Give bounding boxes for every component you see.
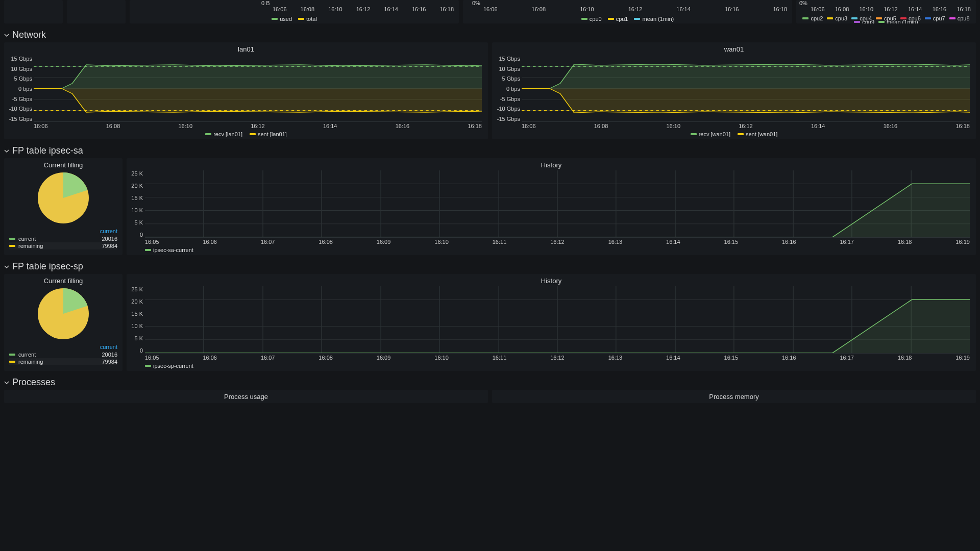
chart-area[interactable] [145, 286, 970, 354]
swatch-icon [925, 17, 931, 19]
section-title: Processes [12, 377, 55, 388]
y-zero-label: 0 B [261, 0, 270, 6]
process-memory-panel[interactable]: Process memory [492, 390, 976, 403]
swatch-icon [9, 354, 15, 356]
network-wan-panel[interactable]: wan01 15 Gbps10 Gbps5 Gbps0 bps-5 Gbps-1… [492, 42, 976, 139]
legend: cpu0 cpu1 mean (1min) [463, 14, 792, 23]
section-header-ipsec-sa[interactable]: FP table ipsec-sa [4, 143, 976, 158]
pie-table: current current 20016 remaining 79984 [4, 343, 122, 365]
swatch-icon [9, 361, 15, 363]
legend: used total [130, 14, 459, 23]
section-header-processes[interactable]: Processes [4, 375, 976, 390]
section-header-ipsec-sp[interactable]: FP table ipsec-sp [4, 259, 976, 274]
ipsec-sa-history-panel[interactable]: History 25 K20 K15 K10 K5 K0 16:0516:061… [127, 158, 976, 255]
section-title: Network [12, 30, 46, 40]
chart-area[interactable] [145, 170, 970, 238]
table-header-current: current [9, 343, 117, 351]
x-ticks: 16:0616:0816:1016:1216:1416:1616:18 [34, 123, 482, 129]
pie-table: current current 20016 remaining 79984 [4, 227, 122, 249]
swatch-icon [802, 17, 808, 19]
swatch-icon [738, 133, 744, 135]
table-row[interactable]: remaining 79984 [9, 358, 117, 365]
chart-area[interactable] [522, 56, 970, 122]
pie-chart [4, 170, 122, 227]
legend: ipsec-sa-current [145, 247, 976, 253]
y-ticks: 25 K20 K15 K10 K5 K0 [127, 170, 143, 238]
ipsec-sp-pie-panel[interactable]: Current filling current current 20016 re… [4, 274, 122, 371]
section-title: FP table ipsec-sp [12, 261, 83, 272]
panel-title: History [127, 158, 976, 170]
swatch-icon [949, 17, 955, 19]
section-title: FP table ipsec-sa [12, 145, 83, 156]
swatch-icon [298, 18, 304, 20]
section-header-network[interactable]: Network [4, 28, 976, 42]
panel-title: Current filling [4, 274, 122, 286]
panel-title: Process memory [492, 390, 976, 402]
process-usage-panel[interactable]: Process usage [4, 390, 488, 403]
ipsec-sa-pie-panel[interactable]: Current filling current current 20016 re… [4, 158, 122, 255]
cpu-a-mini-chart[interactable]: 0% 16:0616:0816:1016:1216:1416:1616:18 c… [463, 0, 792, 23]
panel-title: Current filling [4, 158, 122, 170]
swatch-icon [205, 133, 211, 135]
legend: ipsec-sp-current [145, 363, 976, 369]
chevron-down-icon [4, 264, 9, 269]
swatch-icon [250, 133, 256, 135]
table-row[interactable]: remaining 79984 [9, 242, 117, 249]
pie-chart [4, 286, 122, 343]
swatch-icon [581, 18, 587, 20]
swatch-icon [9, 245, 15, 247]
swatch-icon [876, 17, 882, 19]
swatch-icon [634, 18, 640, 20]
swatch-icon [878, 21, 885, 23]
network-lan-panel[interactable]: lan01 15 Gbps10 Gbps5 Gbps0 bps-5 Gbps-1… [4, 42, 488, 139]
legend: recv [wan01] sent [wan01] [492, 131, 976, 137]
ipsec-sp-history-panel[interactable]: History 25 K20 K15 K10 K5 K0 16:0516:061… [127, 274, 976, 371]
chevron-down-icon [4, 33, 9, 38]
x-ticks: 16:0616:0816:1016:1216:1416:1616:18 [522, 123, 970, 129]
stat-panel-1[interactable] [4, 0, 63, 23]
panel-title: History [127, 274, 976, 286]
y-zero-label: 0% [472, 0, 480, 6]
top-strip: 0 B 16:0616:0816:1016:1216:1416:1616:18 … [4, 0, 976, 23]
x-ticks: 16:0516:0616:0716:0816:0916:1016:1116:12… [145, 239, 970, 245]
swatch-icon [145, 365, 151, 367]
legend-row2: cpu9 mean (1min) [796, 20, 976, 23]
swatch-icon [9, 238, 15, 240]
chevron-down-icon [4, 148, 9, 154]
y-ticks: 25 K20 K15 K10 K5 K0 [127, 286, 143, 354]
y-zero-label: 0% [799, 0, 807, 6]
chevron-down-icon [4, 380, 9, 385]
memory-mini-chart[interactable]: 0 B 16:0616:0816:1016:1216:1416:1616:18 … [130, 0, 459, 23]
swatch-icon [827, 17, 833, 19]
table-header-current: current [9, 227, 117, 235]
cpu-b-mini-chart[interactable]: 0% 16:0616:0816:1016:1216:1416:1616:18 c… [796, 0, 976, 23]
chart-area[interactable] [34, 56, 482, 122]
panel-title: wan01 [492, 42, 976, 54]
x-ticks: 16:0516:0616:0716:0816:0916:1016:1116:12… [145, 355, 970, 361]
swatch-icon [145, 249, 151, 251]
y-ticks: 15 Gbps10 Gbps5 Gbps0 bps-5 Gbps-10 Gbps… [4, 56, 32, 122]
y-ticks: 15 Gbps10 Gbps5 Gbps0 bps-5 Gbps-10 Gbps… [492, 56, 520, 122]
swatch-icon [851, 17, 857, 19]
table-row[interactable]: current 20016 [9, 351, 117, 358]
swatch-icon [854, 21, 860, 23]
swatch-icon [608, 18, 614, 20]
swatch-icon [691, 133, 697, 135]
stat-panel-2[interactable] [67, 0, 126, 23]
panel-title: lan01 [4, 42, 488, 54]
table-row[interactable]: current 20016 [9, 235, 117, 242]
legend: recv [lan01] sent [lan01] [4, 131, 488, 137]
panel-title: Process usage [4, 390, 488, 402]
swatch-icon [272, 18, 278, 20]
